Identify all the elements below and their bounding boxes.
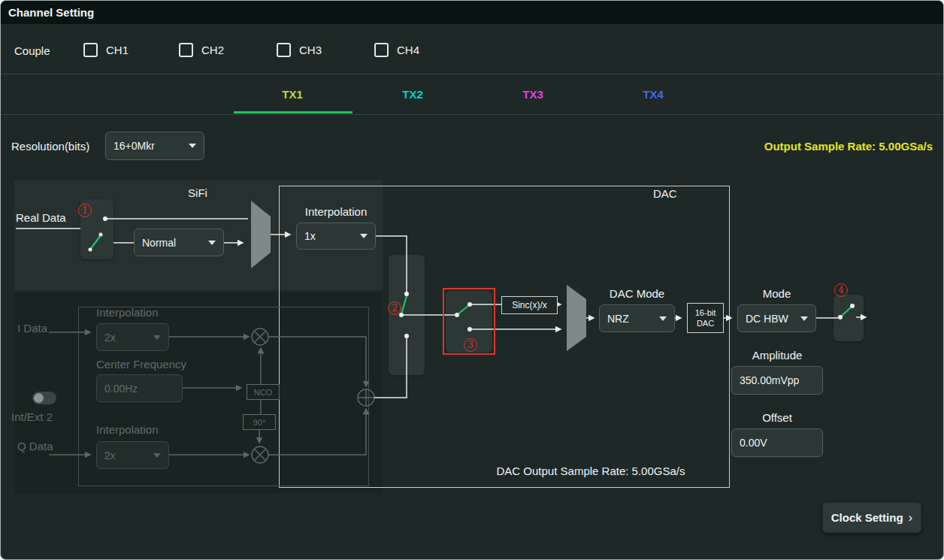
chevron-down-icon xyxy=(659,316,667,321)
offset-field[interactable]: 0.00V xyxy=(731,428,823,457)
center-frequency-field[interactable]: 0.00Hz xyxy=(96,374,183,402)
interpolation-value: 1x xyxy=(304,230,316,242)
chevron-down-icon xyxy=(153,335,161,340)
offset-label: Offset xyxy=(731,411,823,424)
i-data-label: I Data xyxy=(17,322,47,334)
dac-output-sample-rate: DAC Output Sample Rate: 5.00GSa/s xyxy=(422,465,760,477)
center-frequency-value: 0.00Hz xyxy=(104,383,138,395)
q-interpolation-value: 2x xyxy=(104,450,116,462)
phase-90-label: 90° xyxy=(253,418,266,427)
switch-4[interactable] xyxy=(834,295,864,341)
int-ext-label: Int/Ext 2 xyxy=(11,410,53,423)
toggle-knob xyxy=(34,393,44,403)
q-data-label: Q Data xyxy=(17,440,53,453)
dac-chip-line1: 16-bit xyxy=(695,307,716,318)
output-mode-value: DC HBW xyxy=(746,313,788,325)
offset-value: 0.00V xyxy=(740,437,767,449)
resolution-label: Resolution(bits) xyxy=(11,140,89,153)
couple-ch3: CH3 xyxy=(277,43,322,57)
titlebar: Channel Setting xyxy=(1,1,943,24)
sinc-label: Sinc(x)/x xyxy=(512,300,547,310)
tab-tx3[interactable]: TX3 xyxy=(473,74,593,114)
amplitude-label: Amplitude xyxy=(731,349,823,362)
amplitude-value: 350.00mVpp xyxy=(740,374,799,386)
center-frequency-label: Center Frequency xyxy=(96,358,186,371)
channel-setting-window: Channel Setting Couple CH1 CH2 CH3 CH4 T… xyxy=(0,0,944,560)
sifi-label: SiFi xyxy=(175,186,220,199)
chevron-down-icon xyxy=(800,316,808,321)
phase-90-box: 90° xyxy=(243,414,276,430)
chevron-down-icon xyxy=(208,241,216,245)
dac-mode-dropdown[interactable]: NRZ xyxy=(599,304,675,332)
couple-label: Couple xyxy=(14,44,50,57)
tab-tx4[interactable]: TX4 xyxy=(593,74,713,114)
q-interpolation-dropdown[interactable]: 2x xyxy=(96,441,169,469)
dac-chip-box: 16-bit DAC xyxy=(687,303,724,333)
sinc-filter-box: Sinc(x)/x xyxy=(501,296,558,314)
couple-ch2-checkbox[interactable] xyxy=(179,43,193,57)
dac-mode-label: DAC Mode xyxy=(599,287,675,300)
i-interpolation-value: 2x xyxy=(104,331,116,344)
nco-box: NCO xyxy=(247,384,280,400)
output-mode-dropdown[interactable]: DC HBW xyxy=(737,304,816,332)
clock-setting-label: Clock Setting xyxy=(831,511,903,524)
couple-ch2-label: CH2 xyxy=(201,44,224,56)
chevron-down-icon xyxy=(360,234,368,238)
clock-setting-button[interactable]: Clock Setting › xyxy=(822,502,921,533)
mode-label: Mode xyxy=(737,287,816,300)
amplitude-field[interactable]: 350.00mVpp xyxy=(731,366,823,395)
annotation-circle-4: 4 xyxy=(834,283,848,297)
active-tab-underline xyxy=(234,111,352,114)
switch-2[interactable] xyxy=(389,255,425,375)
resolution-dropdown[interactable]: 16+0Mkr xyxy=(105,132,204,160)
dac-chip-line2: DAC xyxy=(697,318,714,328)
couple-ch2: CH2 xyxy=(179,43,224,57)
couple-ch3-label: CH3 xyxy=(299,44,322,56)
annotation-circle-1: 1 xyxy=(78,204,92,217)
interpolation-label: Interpolation xyxy=(296,205,376,218)
couple-ch1: CH1 xyxy=(83,43,129,57)
couple-ch4-label: CH4 xyxy=(397,44,419,56)
dac-label: DAC xyxy=(653,187,677,200)
chevron-down-icon xyxy=(189,144,196,148)
chevron-right-icon: › xyxy=(909,511,913,524)
separator xyxy=(1,114,943,115)
sifi-mode-dropdown[interactable]: Normal xyxy=(134,229,224,256)
couple-ch4: CH4 xyxy=(374,43,419,57)
sifi-mode-value: Normal xyxy=(142,237,176,249)
real-data-label: Real Data xyxy=(16,211,66,224)
tab-tx2[interactable]: TX2 xyxy=(352,74,473,114)
q-interpolation-label: Interpolation xyxy=(96,423,159,436)
couple-ch1-checkbox[interactable] xyxy=(83,43,98,57)
couple-ch1-label: CH1 xyxy=(106,44,129,56)
tab-tx1[interactable]: TX1 xyxy=(232,74,352,114)
i-interpolation-dropdown[interactable]: 2x xyxy=(96,323,169,351)
couple-ch3-checkbox[interactable] xyxy=(277,43,291,57)
annotation-highlight-rect xyxy=(443,288,495,355)
annotation-circle-2: 2 xyxy=(388,301,401,315)
interpolation-dropdown[interactable]: 1x xyxy=(296,222,376,250)
window-title: Channel Setting xyxy=(8,6,94,19)
couple-ch4-checkbox[interactable] xyxy=(374,43,389,57)
int-ext-toggle[interactable] xyxy=(32,392,56,404)
dac-mode-value: NRZ xyxy=(607,313,629,325)
resolution-value: 16+0Mkr xyxy=(113,140,155,152)
i-interpolation-label: Interpolation xyxy=(96,306,159,319)
nco-label: NCO xyxy=(254,388,272,397)
output-sample-rate: Output Sample Rate: 5.00GSa/s xyxy=(764,140,933,153)
chevron-down-icon xyxy=(153,453,161,458)
